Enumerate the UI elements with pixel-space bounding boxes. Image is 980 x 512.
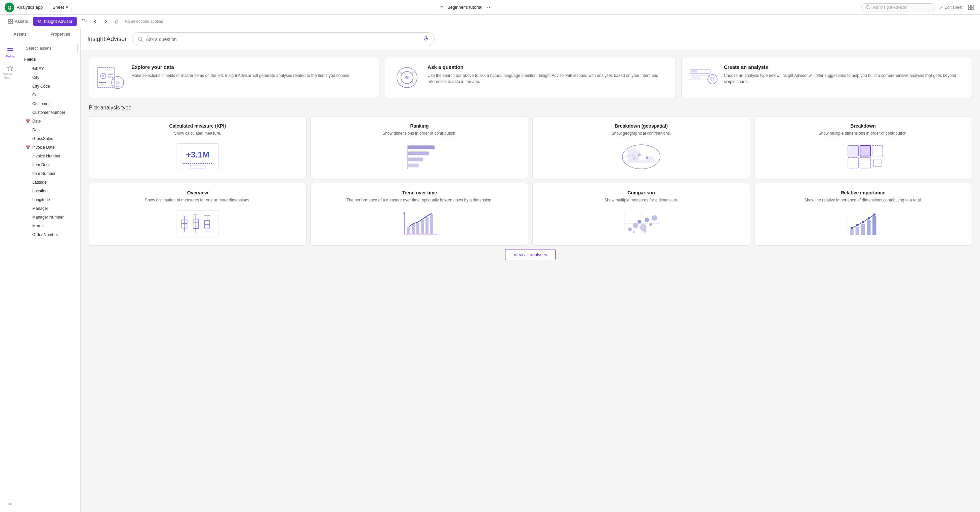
field-item[interactable]: Invoice Number xyxy=(23,152,78,160)
collapse-button[interactable] xyxy=(5,499,15,509)
field-item[interactable]: Item Number xyxy=(23,169,78,178)
svg-rect-91 xyxy=(430,214,433,234)
svg-rect-66 xyxy=(860,157,871,168)
ask-card-text: Ask a question Use the search bar above … xyxy=(428,64,668,85)
field-name: Order Number xyxy=(32,232,58,237)
svg-text:Q: Q xyxy=(7,4,11,10)
field-item[interactable]: Latitude xyxy=(23,178,78,187)
field-item[interactable]: Manager xyxy=(23,204,78,213)
field-item[interactable]: 📅Date xyxy=(23,117,78,125)
ia-title: Insight Advisor xyxy=(88,36,127,43)
more-options-button[interactable]: ··· xyxy=(485,3,494,11)
field-item[interactable]: Item Desc xyxy=(23,160,78,169)
view-all-button[interactable]: View all analyses xyxy=(505,249,555,260)
svg-line-21 xyxy=(142,40,143,42)
analysis-card-geo[interactable]: Breakdown (geospatial) Show geographical… xyxy=(532,116,750,179)
breakdown-visual xyxy=(760,142,966,172)
toolbar-icon-3[interactable] xyxy=(101,16,111,27)
toolbar-icon-1[interactable] xyxy=(79,16,89,27)
sidebar-item-master-items[interactable]: Master items xyxy=(2,62,19,82)
geo-desc: Show geographical contributions. xyxy=(612,131,671,136)
lock-icon xyxy=(114,19,119,24)
field-name: Desc xyxy=(32,128,41,132)
field-item[interactable]: Desc xyxy=(23,125,78,134)
sidebar-item-fields[interactable]: Fields xyxy=(2,44,19,61)
comparison-desc: Show multiple measures for a dimension. xyxy=(604,197,678,203)
explore-card: Explore your data Make selections in fie… xyxy=(89,57,379,98)
field-item[interactable]: Cost xyxy=(23,90,78,99)
forward-icon xyxy=(103,19,108,24)
toolbar-icon-4[interactable] xyxy=(111,16,122,27)
svg-rect-10 xyxy=(8,22,10,23)
explore-desc: Make selections in fields or master item… xyxy=(131,73,350,79)
field-item[interactable]: Customer Number xyxy=(23,108,78,117)
ask-title: Ask a question xyxy=(428,64,668,70)
sheet-label: Sheet xyxy=(52,5,64,10)
explore-icon xyxy=(96,64,126,91)
search-assets-input[interactable] xyxy=(23,44,78,53)
sheet-dropdown[interactable]: Sheet ▾ xyxy=(49,3,72,11)
analysis-grid: Calculated measure (KPI) Show calculated… xyxy=(89,116,972,246)
svg-point-97 xyxy=(638,220,641,223)
field-item[interactable]: GrossSales xyxy=(23,134,78,143)
svg-rect-111 xyxy=(867,220,870,235)
tab-assets[interactable]: Assets xyxy=(0,28,40,41)
ia-search-bar[interactable] xyxy=(132,32,434,46)
field-item[interactable]: Location xyxy=(23,187,78,195)
analysis-card-kpi[interactable]: Calculated measure (KPI) Show calculated… xyxy=(89,116,307,179)
analysis-card-relative[interactable]: Relative importance Show the relative im… xyxy=(754,183,972,246)
field-name: Latitude xyxy=(32,180,47,185)
grid-view-button[interactable] xyxy=(966,2,976,13)
tab-properties[interactable]: Properties xyxy=(40,28,81,41)
analysis-card-breakdown[interactable]: Breakdown Show multiple dimensions in or… xyxy=(754,116,972,179)
ranking-visual xyxy=(316,142,523,172)
ask-insight-searchbar[interactable]: Ask Insight Advisor xyxy=(861,3,935,11)
toolbar-icon-2[interactable] xyxy=(90,16,100,27)
edit-sheet-button[interactable]: Edit sheet xyxy=(945,5,963,10)
create-card: Create an analysis Choose an analysis ty… xyxy=(681,57,972,98)
field-item[interactable]: Margin xyxy=(23,222,78,230)
svg-rect-44 xyxy=(690,76,701,79)
field-name: Cost xyxy=(32,93,41,97)
relative-visual xyxy=(760,209,966,239)
analysis-card-comparison[interactable]: Comparison Show multiple measures for a … xyxy=(532,183,750,246)
main-layout: Assets Properties Fields Ma xyxy=(0,28,980,512)
kpi-desc: Show calculated measure. xyxy=(174,131,221,136)
mic-button[interactable] xyxy=(423,35,429,43)
svg-rect-17 xyxy=(7,50,13,51)
svg-rect-13 xyxy=(82,19,84,21)
field-item[interactable]: Longitude xyxy=(23,195,78,204)
svg-rect-8 xyxy=(8,19,10,21)
star-icon xyxy=(7,65,13,71)
analysis-card-ranking[interactable]: Ranking Show dimensions in order of cont… xyxy=(310,116,528,179)
selection-icon xyxy=(82,19,87,24)
svg-text:+3.1M: +3.1M xyxy=(186,150,209,159)
field-name: Longitude xyxy=(32,197,50,202)
top-nav: Q Analytics app Sheet ▾ 🖶 Beginner's tut… xyxy=(0,0,980,15)
field-item[interactable]: %KEY xyxy=(23,65,78,73)
field-item[interactable]: Order Number xyxy=(23,230,78,239)
ask-card: Ask a question Use the search bar above … xyxy=(385,57,676,98)
analysis-card-overview[interactable]: Overview Show distribution of measures f… xyxy=(89,183,307,246)
svg-rect-52 xyxy=(190,165,205,168)
svg-point-60 xyxy=(646,157,648,159)
svg-point-99 xyxy=(644,217,649,222)
field-item[interactable]: City xyxy=(23,73,78,82)
analysis-card-trend[interactable]: Trend over time The performance of a mea… xyxy=(310,183,528,246)
assets-tab-button[interactable]: Assets xyxy=(4,17,32,26)
fields-section-title: Fields xyxy=(23,56,78,65)
field-item[interactable]: Customer xyxy=(23,99,78,108)
field-item[interactable]: 📅Invoice Date xyxy=(23,143,78,152)
assets-icon xyxy=(8,19,13,24)
svg-rect-86 xyxy=(407,227,410,234)
fields-label: Fields xyxy=(6,55,14,58)
field-item[interactable]: City Code xyxy=(23,82,78,90)
edit-icon xyxy=(939,5,943,10)
ia-search-input[interactable] xyxy=(146,36,420,42)
nav-right: Ask Insight Advisor Edit sheet xyxy=(861,2,976,13)
field-item[interactable]: Manager Number xyxy=(23,213,78,222)
breakdown-desc: Show multiple dimensions in order of con… xyxy=(819,131,908,136)
create-card-text: Create an analysis Choose an analysis ty… xyxy=(724,64,965,85)
svg-rect-63 xyxy=(860,145,871,156)
insight-advisor-button[interactable]: Insight Advisor xyxy=(33,17,76,26)
